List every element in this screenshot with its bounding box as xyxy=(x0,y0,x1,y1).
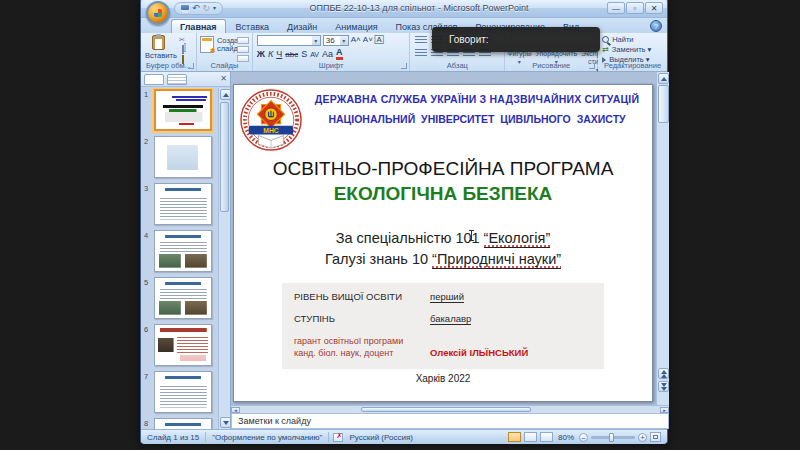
notes-pane[interactable]: Заметки к слайду xyxy=(231,413,669,429)
garant-title: гарант освітньої програми канд. біол. на… xyxy=(294,335,403,359)
shrink-font-button[interactable]: A˅ xyxy=(363,35,373,45)
outline-tab[interactable] xyxy=(167,74,187,85)
panel-scroll-down-button[interactable] xyxy=(220,417,231,428)
slides-group: Создать слайд ▾ Слайды xyxy=(197,33,253,71)
panel-close-icon[interactable]: ✕ xyxy=(220,74,227,84)
copy-button[interactable] xyxy=(175,46,189,54)
font-size-combo[interactable]: 36 xyxy=(323,35,349,46)
slides-tab[interactable] xyxy=(144,74,164,85)
drawing-dialog-launcher[interactable] xyxy=(589,63,595,69)
font-color-button[interactable]: А xyxy=(336,48,343,60)
zoom-out-button[interactable]: – xyxy=(579,433,588,442)
clipboard-group: Вставить ✂ Буфер обм... xyxy=(141,33,197,71)
text-shadow-button[interactable]: S xyxy=(301,49,307,60)
ribbon-tab[interactable]: Вставка xyxy=(228,20,277,33)
level-label: РІВЕНЬ ВИЩОЇ ОСВІТИ xyxy=(294,291,402,302)
slide-thumbnail[interactable]: 2 xyxy=(141,135,219,182)
ribbon-tab[interactable]: Главная xyxy=(171,19,226,33)
previous-slide-button[interactable] xyxy=(658,368,669,379)
change-case-button[interactable]: Аа xyxy=(322,49,333,60)
strikethrough-button[interactable]: abc xyxy=(285,49,298,60)
redo-icon[interactable]: ↻ xyxy=(203,4,211,13)
reset-button[interactable] xyxy=(237,46,249,53)
slideshow-view-button[interactable] xyxy=(540,432,553,442)
hscroll-thumb[interactable] xyxy=(361,407,531,412)
font-dialog-launcher[interactable] xyxy=(401,63,407,69)
garant-name: Олексій ІЛЬЇНСЬКИЙ xyxy=(430,347,528,358)
branch-term: “Природничі науки” xyxy=(432,251,561,269)
specialty-term: “Екологія” xyxy=(484,230,551,248)
vertical-scrollbar[interactable] xyxy=(656,72,669,405)
degree-value: бакалавр xyxy=(430,313,471,325)
scroll-up-button[interactable] xyxy=(658,73,669,84)
close-button[interactable]: ✕ xyxy=(645,2,663,14)
quick-access-toolbar: ↶ ↻ ▾ xyxy=(174,2,223,15)
slide-thumbnail[interactable]: 4 xyxy=(141,229,219,276)
slide-thumbnail[interactable]: 3 xyxy=(141,182,219,229)
horizontal-scrollbar[interactable]: ◂ ▸ xyxy=(231,405,669,413)
italic-button[interactable]: К xyxy=(268,49,273,60)
fit-to-window-button[interactable] xyxy=(650,432,661,442)
help-button[interactable]: ? xyxy=(650,20,662,32)
save-icon[interactable] xyxy=(181,5,189,13)
theme-name: "Оформление по умолчанию" xyxy=(206,433,328,442)
font-name-combo[interactable] xyxy=(257,35,321,46)
ribbon-tab[interactable]: Дизайн xyxy=(279,20,325,33)
next-slide-button[interactable] xyxy=(658,381,669,392)
agency-name: ДЕРЖАВНА СЛУЖБА УКРАЇНИ З НАДЗВИЧАЙНИХ С… xyxy=(306,93,648,105)
office-button[interactable] xyxy=(146,1,170,25)
replace-icon: ⇄ xyxy=(602,46,609,54)
editing-group: Найти ⇄Заменить ▾ Выделить ▾ Редактирова… xyxy=(598,33,667,71)
undo-icon[interactable]: ↶ xyxy=(192,4,200,13)
paste-button[interactable]: Вставить xyxy=(145,35,171,62)
find-icon xyxy=(602,36,609,43)
spell-check-icon[interactable] xyxy=(333,433,343,442)
language-indicator[interactable]: Русский (Россия) xyxy=(343,433,418,442)
slide-canvas[interactable]: МНС ДЕРЖАВНА СЛУЖБА УКРАЇНИ З НАДЗВИЧАЙН… xyxy=(233,84,653,402)
normal-view-button[interactable] xyxy=(508,432,521,442)
thumbnail-list: 1 2 3 4 5 6 xyxy=(141,88,219,429)
slides-panel-tabs: ✕ xyxy=(141,72,230,87)
specialty-block: За спеціальністю 101 “Екологія” Галузі з… xyxy=(234,228,652,270)
maximize-button[interactable]: ▫ xyxy=(626,2,644,14)
slide-thumbnail[interactable]: 5 xyxy=(141,276,219,323)
slide-thumbnail[interactable]: 6 xyxy=(141,323,219,370)
layout-button[interactable] xyxy=(237,37,249,44)
copy-icon xyxy=(182,45,184,54)
city-year: Харків 2022 xyxy=(234,373,652,384)
clipboard-dialog-launcher[interactable] xyxy=(188,63,194,69)
panel-scrollbar[interactable] xyxy=(218,88,230,429)
powerpoint-window: ↶ ↻ ▾ ОППБЕ 22-10-13 для спільнот - Micr… xyxy=(140,0,668,444)
ribbon-tab[interactable]: Анимация xyxy=(327,20,385,33)
zoom-level: 80% xyxy=(556,433,576,442)
qat-customize-icon[interactable]: ▾ xyxy=(213,4,216,13)
clear-formatting-button[interactable]: 🄰 xyxy=(375,35,384,45)
slide-sorter-view-button[interactable] xyxy=(524,432,537,442)
cut-button[interactable]: ✂ xyxy=(175,36,189,44)
new-slide-icon xyxy=(200,36,214,53)
speaking-label: Говорит: xyxy=(449,34,489,45)
panel-scroll-thumb[interactable] xyxy=(220,102,229,212)
university-name: НАЦІОНАЛЬНИЙ УНІВЕРСИТЕТ ЦИВІЛЬНОГО ЗАХИ… xyxy=(306,113,648,125)
slide-counter: Слайд 1 из 15 xyxy=(141,433,205,442)
align-left-icon[interactable] xyxy=(415,49,427,58)
replace-button[interactable]: ⇄Заменить ▾ xyxy=(602,45,651,54)
status-bar: Слайд 1 из 15 "Оформление по умолчанию" … xyxy=(141,429,667,444)
panel-scroll-up-button[interactable] xyxy=(220,89,231,100)
slide-thumbnail[interactable]: 1 xyxy=(141,88,219,135)
zoom-slider-thumb[interactable] xyxy=(609,433,614,442)
window-controls: — ▫ ✕ xyxy=(607,2,663,14)
character-spacing-button[interactable]: AV xyxy=(310,49,319,60)
grow-font-button[interactable]: A˄ xyxy=(351,35,361,45)
underline-button[interactable]: Ч xyxy=(276,49,282,60)
scroll-thumb[interactable] xyxy=(658,85,669,123)
bold-button[interactable]: Ж xyxy=(257,49,265,60)
zoom-in-button[interactable]: + xyxy=(638,433,647,442)
minimize-button[interactable]: — xyxy=(607,2,625,14)
slide-thumbnail[interactable]: 7 xyxy=(141,370,219,417)
zoom-slider[interactable] xyxy=(591,436,635,439)
slide-thumbnail[interactable]: 8 xyxy=(141,417,219,429)
find-button[interactable]: Найти xyxy=(602,35,651,44)
bullets-icon[interactable] xyxy=(415,36,427,45)
title-bar: ↶ ↻ ▾ ОППБЕ 22-10-13 для спільнот - Micr… xyxy=(141,0,667,18)
